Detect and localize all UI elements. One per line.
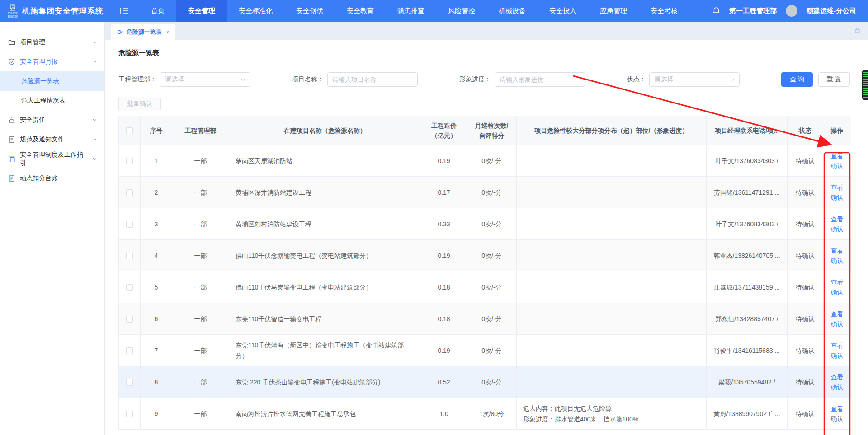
logo-text-line1: 广州建筑: [8, 12, 18, 14]
filter-input[interactable]: [500, 76, 580, 83]
close-icon[interactable]: ×: [166, 28, 170, 36]
sidebar-item[interactable]: 安全管理月报: [0, 52, 104, 71]
column-header: 序号: [141, 116, 172, 145]
row-checkbox[interactable]: [126, 158, 133, 164]
cell-cost: 0.52: [421, 366, 467, 398]
nav-item[interactable]: 首页: [139, 0, 176, 22]
cell-actions: 查看确认: [823, 366, 851, 398]
confirm-link[interactable]: 确认: [828, 161, 846, 171]
nav-item[interactable]: 应急管理: [588, 0, 639, 22]
cell-distribution: [517, 271, 707, 303]
select-placeholder: 请选择: [165, 75, 184, 84]
lock-icon[interactable]: [854, 27, 861, 33]
sidebar-subitem[interactable]: 危大工程情况表: [0, 91, 104, 110]
row-checkbox[interactable]: [126, 316, 133, 323]
view-link[interactable]: 查看: [828, 372, 846, 382]
filter-label: 项目名称：: [292, 75, 324, 84]
refresh-icon[interactable]: ⟳: [117, 28, 123, 36]
view-link[interactable]: 查看: [828, 309, 846, 319]
confirm-link[interactable]: 确认: [828, 192, 846, 202]
browser-extension-widget[interactable]: [862, 70, 868, 100]
chevron-down-icon: [92, 137, 97, 142]
nav-item[interactable]: 风险管控: [436, 0, 487, 22]
select-all-checkbox[interactable]: [126, 127, 133, 134]
collapse-menu-icon[interactable]: [105, 0, 139, 22]
cell-status: 待确认: [788, 208, 823, 240]
sidebar-menu: 项目管理安全管理月报危险源一览表危大工程情况表安全责任规范及通知文件安全管理制度…: [0, 33, 104, 188]
nav-item[interactable]: 安全教育: [335, 0, 386, 22]
filter-input[interactable]: [332, 76, 413, 83]
chevron-down-icon: [92, 117, 97, 122]
avatar[interactable]: [786, 5, 797, 17]
tab-danger-source-list[interactable]: ⟳ 危险源一览表 ×: [111, 24, 175, 40]
cell-inspection: 0次/-分: [467, 177, 517, 208]
row-checkbox[interactable]: [126, 253, 133, 259]
nav-item[interactable]: 隐患排查: [386, 0, 436, 22]
sidebar-item[interactable]: 动态扣分台账: [0, 168, 104, 188]
cell-dept: 一部: [172, 398, 229, 430]
row-checkbox[interactable]: [126, 221, 133, 228]
view-link[interactable]: 查看: [828, 277, 846, 287]
reset-button[interactable]: 重 置: [818, 72, 850, 87]
checkbox-cell: [119, 398, 141, 430]
row-checkbox[interactable]: [126, 284, 133, 291]
nav-item[interactable]: 安全创优: [284, 0, 335, 22]
filter-label: 状态：: [627, 75, 646, 84]
sidebar-item[interactable]: 安全责任: [0, 110, 104, 130]
cell-status: 待确认: [788, 145, 823, 177]
column-header: 操作: [823, 116, 851, 145]
table-row: 8一部东莞 220 千伏茶山输变电工程施工(变电站建筑部分)0.520次/-分梁…: [119, 366, 851, 398]
view-link[interactable]: 查看: [828, 151, 846, 161]
view-link[interactable]: 查看: [828, 404, 846, 414]
sidebar-item[interactable]: 安全管理制度及工作指引: [0, 149, 104, 168]
nav-item[interactable]: 机械设备: [487, 0, 538, 22]
cell-inspection: 0次/-分: [467, 240, 517, 271]
batch-confirm-button[interactable]: 批量确认: [118, 97, 161, 111]
cell-seq: 4: [141, 240, 172, 271]
sidebar-item-label: 安全责任: [20, 116, 45, 124]
confirm-link[interactable]: 确认: [828, 256, 846, 266]
cell-status: 待确认: [788, 240, 823, 271]
department-label[interactable]: 第一工程管理部: [729, 7, 777, 15]
sidebar-item[interactable]: 规范及通知文件: [0, 130, 104, 149]
nav-item[interactable]: 安全投入: [538, 0, 588, 22]
filter-select[interactable]: 请选择: [160, 72, 250, 87]
user-name[interactable]: 穗建运维-分公司: [807, 7, 856, 15]
cell-cost: 1.0: [421, 398, 467, 430]
cell-project: 东莞 220 千伏茶山输变电工程施工(变电站建筑部分): [229, 366, 421, 398]
confirm-link[interactable]: 确认: [828, 319, 846, 329]
cell-status: 待确认: [788, 398, 823, 430]
cell-seq: 1: [141, 145, 172, 177]
chevron-up-icon: [92, 59, 97, 64]
view-link[interactable]: 查看: [828, 341, 846, 351]
row-checkbox[interactable]: [126, 411, 133, 417]
cell-dept: 一部: [172, 366, 229, 398]
confirm-link[interactable]: 确认: [828, 351, 846, 360]
cell-cost: 0.18: [421, 271, 467, 303]
confirm-link[interactable]: 确认: [828, 287, 846, 297]
view-link[interactable]: 查看: [828, 246, 846, 256]
row-checkbox[interactable]: [126, 379, 133, 386]
row-checkbox[interactable]: [126, 189, 133, 196]
filter-select[interactable]: 请选择: [649, 72, 740, 87]
nav-item[interactable]: 安全标准化: [227, 0, 284, 22]
nav-item[interactable]: 安全考核: [639, 0, 689, 22]
cell-project: 黄埔区刘村消防站建设工程: [229, 208, 421, 240]
search-button[interactable]: 查 询: [781, 72, 813, 87]
checkbox-cell: [119, 335, 141, 366]
cell-actions: 查看确认: [823, 335, 851, 366]
sidebar-item[interactable]: 项目管理: [0, 33, 104, 52]
cell-seq: 3: [141, 208, 172, 240]
confirm-link[interactable]: 确认: [828, 224, 846, 234]
sidebar-subitem[interactable]: 危险源一览表: [0, 71, 104, 91]
cell-dept: 一部: [172, 208, 229, 240]
table-wrap: 序号工程管理部在建项目名称（危险源名称）工程造价 （亿元）月巡检次数/ 自评得分…: [118, 116, 851, 430]
confirm-link[interactable]: 确认: [828, 382, 846, 392]
view-link[interactable]: 查看: [828, 182, 846, 192]
row-checkbox[interactable]: [126, 347, 133, 354]
view-link[interactable]: 查看: [828, 214, 846, 224]
confirm-link[interactable]: 确认: [828, 414, 846, 424]
cell-seq: 8: [141, 366, 172, 398]
nav-item[interactable]: 安全管理: [176, 0, 227, 22]
bell-icon[interactable]: [712, 7, 720, 15]
